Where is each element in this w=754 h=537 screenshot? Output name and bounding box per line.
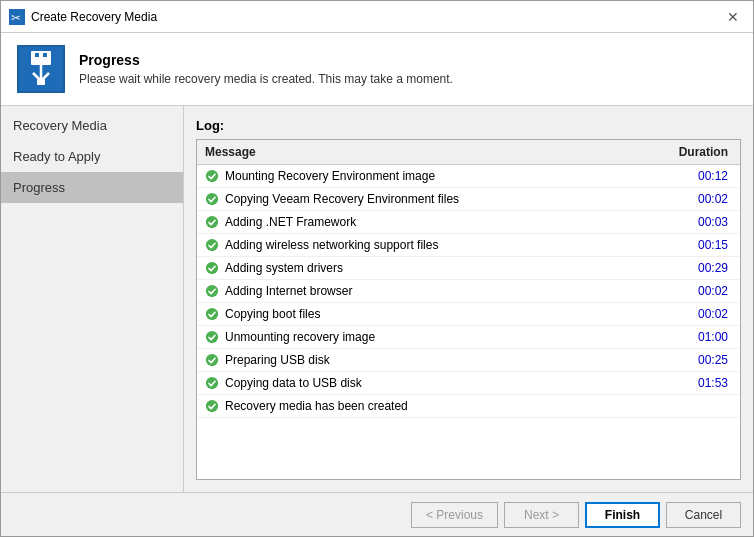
main-window: ✂ Create Recovery Media ✕ Progress Pleas…	[0, 0, 754, 537]
duration-cell: 00:12	[629, 165, 740, 188]
check-icon	[205, 376, 219, 390]
svg-point-9	[206, 239, 218, 251]
table-row: Adding wireless networking support files…	[197, 234, 740, 257]
message-cell: Adding wireless networking support files	[197, 234, 629, 257]
check-icon	[205, 169, 219, 183]
message-text: Recovery media has been created	[225, 399, 408, 413]
svg-rect-2	[31, 51, 51, 65]
header-section: Progress Please wait while recovery medi…	[1, 33, 753, 106]
duration-cell: 00:29	[629, 257, 740, 280]
log-label: Log:	[196, 118, 741, 133]
check-icon	[205, 284, 219, 298]
duration-column-header: Duration	[629, 140, 740, 165]
table-row: Preparing USB disk00:25	[197, 349, 740, 372]
check-icon	[205, 399, 219, 413]
previous-button[interactable]: < Previous	[411, 502, 498, 528]
svg-point-16	[206, 400, 218, 412]
table-row: Copying data to USB disk01:53	[197, 372, 740, 395]
next-button[interactable]: Next >	[504, 502, 579, 528]
duration-cell: 00:02	[629, 188, 740, 211]
svg-rect-5	[37, 79, 45, 85]
svg-point-7	[206, 193, 218, 205]
svg-point-14	[206, 354, 218, 366]
table-row: Adding Internet browser00:02	[197, 280, 740, 303]
message-text: Preparing USB disk	[225, 353, 330, 367]
message-text: Adding wireless networking support files	[225, 238, 438, 252]
check-icon	[205, 238, 219, 252]
sidebar: Recovery Media Ready to Apply Progress	[1, 106, 184, 492]
main-panel: Log: Message Duration Mounting Recovery …	[184, 106, 753, 492]
message-cell: Recovery media has been created	[197, 395, 629, 418]
svg-point-11	[206, 285, 218, 297]
message-cell: Copying boot files	[197, 303, 629, 326]
svg-point-6	[206, 170, 218, 182]
svg-point-10	[206, 262, 218, 274]
table-row: Adding .NET Framework00:03	[197, 211, 740, 234]
log-table: Message Duration Mounting Recovery Envir…	[197, 140, 740, 418]
message-cell: Mounting Recovery Environment image	[197, 165, 629, 188]
close-button[interactable]: ✕	[721, 7, 745, 27]
message-cell: Adding system drivers	[197, 257, 629, 280]
message-cell: Adding Internet browser	[197, 280, 629, 303]
sidebar-item-progress[interactable]: Progress	[1, 172, 183, 203]
message-column-header: Message	[197, 140, 629, 165]
content-area: Recovery Media Ready to Apply Progress L…	[1, 106, 753, 492]
table-row: Copying boot files00:02	[197, 303, 740, 326]
svg-rect-3	[35, 53, 39, 57]
duration-cell: 00:03	[629, 211, 740, 234]
svg-rect-4	[43, 53, 47, 57]
svg-point-8	[206, 216, 218, 228]
message-text: Adding system drivers	[225, 261, 343, 275]
duration-cell: 00:15	[629, 234, 740, 257]
duration-cell: 01:00	[629, 326, 740, 349]
check-icon	[205, 330, 219, 344]
table-header-row: Message Duration	[197, 140, 740, 165]
sidebar-item-ready-to-apply[interactable]: Ready to Apply	[1, 141, 183, 172]
message-cell: Preparing USB disk	[197, 349, 629, 372]
table-row: Mounting Recovery Environment image00:12	[197, 165, 740, 188]
table-row: Recovery media has been created	[197, 395, 740, 418]
message-cell: Copying Veeam Recovery Environment files	[197, 188, 629, 211]
title-bar-icon: ✂	[9, 9, 25, 25]
window-title: Create Recovery Media	[31, 10, 157, 24]
message-text: Adding Internet browser	[225, 284, 352, 298]
svg-point-12	[206, 308, 218, 320]
message-cell: Copying data to USB disk	[197, 372, 629, 395]
duration-cell: 00:02	[629, 280, 740, 303]
message-text: Unmounting recovery image	[225, 330, 375, 344]
usb-icon	[27, 51, 55, 87]
check-icon	[205, 215, 219, 229]
header-icon	[17, 45, 65, 93]
title-bar: ✂ Create Recovery Media ✕	[1, 1, 753, 33]
header-title: Progress	[79, 52, 453, 68]
check-icon	[205, 192, 219, 206]
duration-cell: 01:53	[629, 372, 740, 395]
table-row: Unmounting recovery image01:00	[197, 326, 740, 349]
message-text: Copying Veeam Recovery Environment files	[225, 192, 459, 206]
check-icon	[205, 353, 219, 367]
duration-cell	[629, 395, 740, 418]
duration-cell: 00:25	[629, 349, 740, 372]
svg-point-15	[206, 377, 218, 389]
finish-button[interactable]: Finish	[585, 502, 660, 528]
table-row: Adding system drivers00:29	[197, 257, 740, 280]
log-table-container[interactable]: Message Duration Mounting Recovery Envir…	[196, 139, 741, 480]
message-text: Adding .NET Framework	[225, 215, 356, 229]
message-cell: Unmounting recovery image	[197, 326, 629, 349]
message-text: Copying boot files	[225, 307, 320, 321]
check-icon	[205, 261, 219, 275]
message-text: Copying data to USB disk	[225, 376, 362, 390]
check-icon	[205, 307, 219, 321]
cancel-button[interactable]: Cancel	[666, 502, 741, 528]
svg-point-13	[206, 331, 218, 343]
header-text: Progress Please wait while recovery medi…	[79, 52, 453, 86]
table-row: Copying Veeam Recovery Environment files…	[197, 188, 740, 211]
svg-text:✂: ✂	[11, 11, 21, 25]
message-text: Mounting Recovery Environment image	[225, 169, 435, 183]
title-bar-left: ✂ Create Recovery Media	[9, 9, 157, 25]
message-cell: Adding .NET Framework	[197, 211, 629, 234]
header-description: Please wait while recovery media is crea…	[79, 72, 453, 86]
footer: < Previous Next > Finish Cancel	[1, 492, 753, 536]
sidebar-item-recovery-media[interactable]: Recovery Media	[1, 110, 183, 141]
duration-cell: 00:02	[629, 303, 740, 326]
